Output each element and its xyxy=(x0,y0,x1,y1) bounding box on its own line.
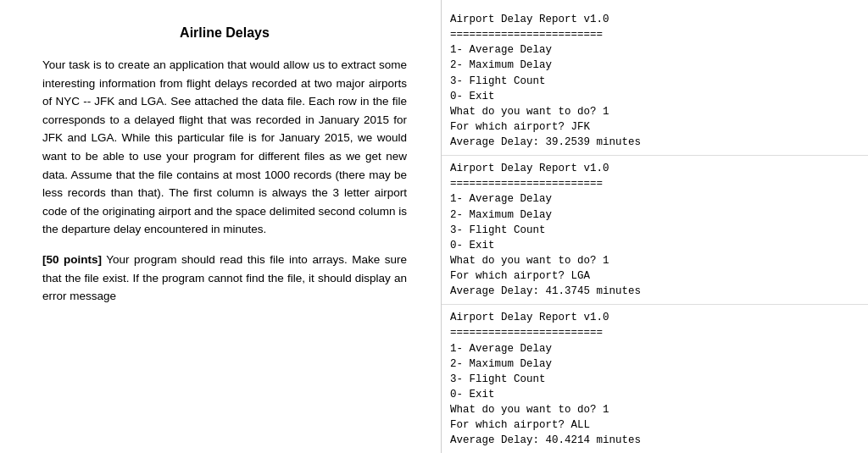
terminal-line: 0- Exit xyxy=(450,89,860,104)
terminal-line: For which airport? LGA xyxy=(450,268,860,284)
terminal-line: Airport Delay Report v1.0 xyxy=(450,310,860,325)
page-title: Airline Delays xyxy=(42,25,407,41)
terminal-line: 3- Flight Count xyxy=(450,74,860,89)
terminal-line: 2- Maximum Delay xyxy=(450,207,860,223)
terminal-block-0: Airport Delay Report v1.0===============… xyxy=(442,7,868,156)
terminal-line: 2- Maximum Delay xyxy=(450,356,860,372)
terminal-line: 3- Flight Count xyxy=(450,223,860,238)
terminal-line: 1- Average Delay xyxy=(450,341,860,356)
terminal-block-2: Airport Delay Report v1.0===============… xyxy=(442,305,868,453)
terminal-line: Airport Delay Report v1.0 xyxy=(450,12,860,27)
description-paragraph1: Your task is to create an application th… xyxy=(42,56,407,239)
terminal-line: ======================== xyxy=(450,27,860,42)
terminal-line: For which airport? ALL xyxy=(450,417,860,433)
points-label: [50 points] xyxy=(42,253,102,266)
terminal-line: ======================== xyxy=(450,176,860,191)
terminal-line: What do you want to do? 1 xyxy=(450,253,860,268)
terminal-line: For which airport? JFK xyxy=(450,119,860,135)
terminal-line: 3- Flight Count xyxy=(450,372,860,387)
left-panel: Airline Delays Your task is to create an… xyxy=(0,0,441,453)
terminal-line: Average Delay: 39.2539 minutes xyxy=(450,135,860,150)
terminal-line: Average Delay: 40.4214 minutes xyxy=(450,433,860,448)
terminal-line: 0- Exit xyxy=(450,387,860,402)
terminal-line: 1- Average Delay xyxy=(450,191,860,207)
terminal-block-1: Airport Delay Report v1.0===============… xyxy=(442,156,868,305)
terminal-line: What do you want to do? 1 xyxy=(450,104,860,119)
terminal-line: 2- Maximum Delay xyxy=(450,58,860,73)
terminal-line: 0- Exit xyxy=(450,238,860,253)
terminal-line: 1- Average Delay xyxy=(450,42,860,58)
terminal-line: Average Delay: 41.3745 minutes xyxy=(450,284,860,299)
description-paragraph2: [50 points] Your program should read thi… xyxy=(42,251,407,306)
right-panel: Airport Delay Report v1.0===============… xyxy=(441,0,868,453)
terminal-line: Airport Delay Report v1.0 xyxy=(450,161,860,176)
terminal-line: What do you want to do? 1 xyxy=(450,402,860,417)
terminal-line: ======================== xyxy=(450,325,860,340)
